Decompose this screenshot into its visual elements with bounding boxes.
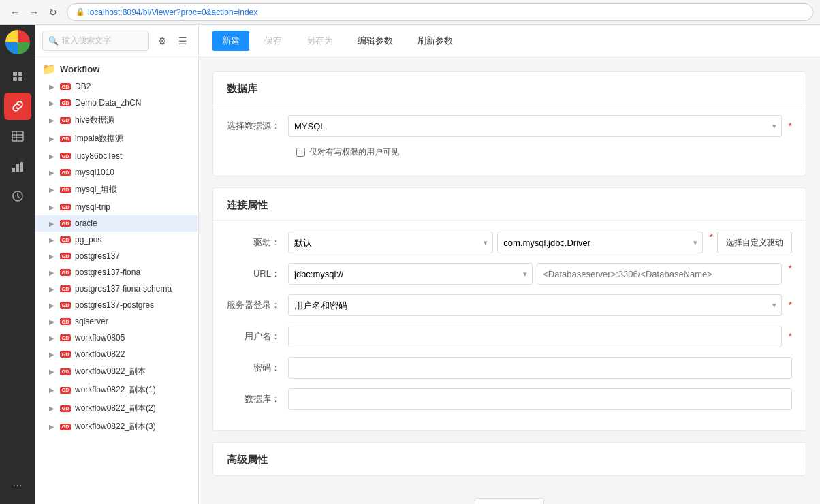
item-expand-arrow-icon: ▶ xyxy=(49,368,56,375)
item-expand-arrow-icon: ▶ xyxy=(49,169,56,176)
server-auth-required: * xyxy=(789,300,792,311)
db-name-input[interactable] xyxy=(288,388,792,410)
sidebar-item[interactable]: ▶GDDB2 xyxy=(35,78,198,95)
item-type-icon: GD xyxy=(60,334,71,341)
sidebar-item[interactable]: ▶GDworkflow0805 xyxy=(35,330,198,346)
rail-more[interactable]: ··· xyxy=(4,471,31,499)
server-auth-label: 服务器登录： xyxy=(227,299,288,311)
sidebar-item-label: postgres137-postgres xyxy=(75,300,154,310)
sidebar-item[interactable]: ▶GDworkflow0822_副本(1) xyxy=(35,381,198,399)
url-label: URL： xyxy=(227,268,288,280)
item-expand-arrow-icon: ▶ xyxy=(49,236,56,244)
sidebar-item[interactable]: ▶GDworkflow0822_副本(2) xyxy=(35,399,198,418)
refresh-params-button[interactable]: 刷新参数 xyxy=(408,31,462,51)
sidebar-item[interactable]: ▶GDimpala数据源 xyxy=(35,129,198,148)
search-box[interactable]: 🔍 输入搜索文字 xyxy=(42,31,149,51)
sidebar-item[interactable]: ▶GDpostgres137 xyxy=(35,248,198,264)
item-expand-arrow-icon: ▶ xyxy=(49,386,56,394)
item-type-icon: GD xyxy=(60,99,71,106)
sidebar-item-label: mysql-trip xyxy=(75,202,110,212)
sidebar-item-label: workflow0822_副本(3) xyxy=(75,421,156,432)
sidebar-item-label: workflow0822_副本 xyxy=(75,366,146,377)
item-type-icon: GD xyxy=(60,387,71,394)
server-auth-wrapper: 用户名和密码 ▾ xyxy=(288,294,782,316)
rail-home[interactable] xyxy=(4,63,31,90)
database-section-body: 选择数据源： MYSQL ▾ * xyxy=(213,104,806,176)
db-name-label: 数据库： xyxy=(227,393,288,405)
sidebar-item[interactable]: ▶GDsqlserver xyxy=(35,313,198,330)
sidebar-item[interactable]: ▶GDlucy86bcTest xyxy=(35,148,198,164)
address-bar[interactable]: 🔒 localhost:8094/bi/Viewer?proc=0&action… xyxy=(67,3,813,21)
sidebar-item[interactable]: ▶GDpostgres137-postgres xyxy=(35,297,198,313)
test-connection-button[interactable]: 测试连接 xyxy=(475,498,544,504)
item-type-icon: GD xyxy=(60,236,71,243)
item-expand-arrow-icon: ▶ xyxy=(49,153,56,160)
app-logo xyxy=(5,30,30,54)
driver-type-select[interactable]: 默认 xyxy=(288,232,493,253)
item-type-icon: GD xyxy=(60,169,71,176)
rail-table[interactable] xyxy=(4,123,31,150)
username-input[interactable] xyxy=(288,326,782,347)
server-auth-select[interactable]: 用户名和密码 xyxy=(288,294,782,316)
url-prefix-select[interactable]: jdbc:mysql:// xyxy=(288,263,533,285)
sidebar-item[interactable]: ▶GDpg_pos xyxy=(35,232,198,248)
icon-rail: ··· xyxy=(0,25,35,504)
sidebar-item[interactable]: ▶GDhive数据源 xyxy=(35,111,198,129)
advanced-section-title: 高级属性 xyxy=(213,443,806,475)
sidebar-item-label: DB2 xyxy=(75,82,91,91)
settings-button[interactable]: ⚙ xyxy=(153,32,171,50)
sidebar-item[interactable]: ▶GDmysql-trip xyxy=(35,199,198,215)
sidebar-item[interactable]: ▶GDmysql1010 xyxy=(35,164,198,180)
lock-icon: 🔒 xyxy=(76,7,85,16)
save-button: 保存 xyxy=(255,31,291,51)
url-inputs: jdbc:mysql:// ▾ * xyxy=(288,263,792,285)
custom-driver-button[interactable]: 选择自定义驱动 xyxy=(717,232,792,253)
sidebar-item-label: workflow0822_副本(2) xyxy=(75,403,156,414)
url-row: URL： jdbc:mysql:// ▾ xyxy=(227,263,792,285)
rail-monitor[interactable] xyxy=(4,183,31,210)
sidebar-item[interactable]: ▶GDpostgres137-fiona-schema xyxy=(35,281,198,297)
sidebar-item-label: postgres137-fiona xyxy=(75,268,140,277)
datasource-required: * xyxy=(789,121,792,131)
password-input[interactable] xyxy=(288,357,792,379)
readonly-checkbox[interactable] xyxy=(296,148,305,157)
list-view-button[interactable]: ☰ xyxy=(174,32,191,50)
folder-icon: 📁 xyxy=(42,63,56,76)
rail-chart[interactable] xyxy=(4,153,31,180)
url-input[interactable] xyxy=(537,263,781,285)
database-section-title: 数据库 xyxy=(213,72,806,104)
item-expand-arrow-icon: ▶ xyxy=(49,83,56,91)
forward-button[interactable]: → xyxy=(26,4,42,20)
datasource-label: 选择数据源： xyxy=(227,120,288,132)
connection-section-body: 驱动： 默认 ▾ xyxy=(213,221,806,430)
sidebar-item[interactable]: ▶GDmysql_填报 xyxy=(35,180,198,199)
item-type-icon: GD xyxy=(60,253,71,259)
item-type-icon: GD xyxy=(60,368,71,375)
reload-button[interactable]: ↻ xyxy=(45,4,61,20)
sidebar-item[interactable]: ▶GDworkflow0822_副本(3) xyxy=(35,418,198,436)
driver-input-wrapper: com.mysql.jdbc.Driver ▾ xyxy=(497,232,702,253)
sidebar-item[interactable]: ▶GDworkflow0822 xyxy=(35,346,198,362)
db-name-row: 数据库： xyxy=(227,388,792,410)
sidebar-item[interactable]: ▶GDoracle xyxy=(35,215,198,232)
datasource-select[interactable]: MYSQL xyxy=(288,115,782,137)
sidebar-item[interactable]: ▶GDpostgres137-fiona xyxy=(35,264,198,281)
sidebar-item[interactable]: ▶GDworkflow0822_副本 xyxy=(35,362,198,381)
rail-link[interactable] xyxy=(4,93,31,120)
browser-bar: ← → ↻ 🔒 localhost:8094/bi/Viewer?proc=0&… xyxy=(0,0,820,25)
new-button[interactable]: 新建 xyxy=(212,31,249,51)
sidebar-item-label: oracle xyxy=(75,219,97,228)
search-placeholder: 输入搜索文字 xyxy=(62,35,111,46)
driver-value-select[interactable]: com.mysql.jdbc.Driver xyxy=(497,232,702,253)
edit-params-button[interactable]: 编辑参数 xyxy=(348,31,403,51)
driver-label: 驱动： xyxy=(227,236,288,249)
item-expand-arrow-icon: ▶ xyxy=(49,405,56,412)
search-icon: 🔍 xyxy=(48,36,59,46)
item-expand-arrow-icon: ▶ xyxy=(49,318,56,326)
back-button[interactable]: ← xyxy=(7,4,23,20)
sidebar-item[interactable]: ▶GDDemo Data_zhCN xyxy=(35,95,198,111)
driver-type-wrapper: 默认 ▾ xyxy=(288,232,493,253)
password-control xyxy=(288,357,792,379)
username-label: 用户名： xyxy=(227,330,288,343)
item-expand-arrow-icon: ▶ xyxy=(49,285,56,293)
